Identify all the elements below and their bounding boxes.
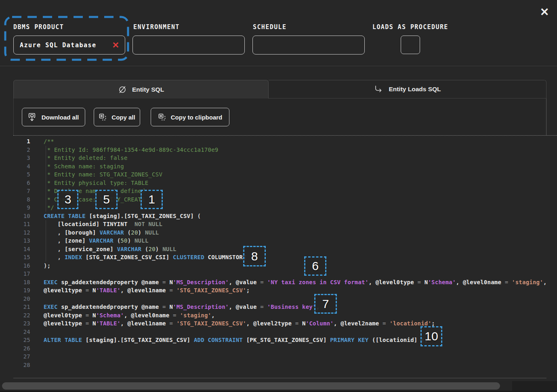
code-line: 1/** [13, 137, 546, 146]
code-line: 26 [13, 344, 546, 353]
code-line: 6 * Entity physical type: TABLE [13, 179, 546, 187]
line-number: 10 [13, 212, 30, 220]
loads-as-procedure-field: LOADS AS PROCEDURE [372, 23, 448, 31]
line-number: 6 [13, 179, 30, 187]
code-line: 5 * Entity name: STG_TAXI_ZONES_CSV [13, 170, 546, 179]
line-number: 14 [13, 245, 30, 254]
schedule-input[interactable] [252, 36, 365, 55]
indent-guide [46, 179, 46, 187]
indent-guide [46, 228, 46, 237]
code-line: 21EXEC sp_addextendedproperty @name = N'… [13, 303, 546, 311]
line-number: 13 [13, 237, 30, 245]
indent-guide [46, 245, 46, 254]
code-line: 11 [locationid] TINYINT NOT NULL [13, 220, 546, 228]
code-line: 7 * Database name: not defined [13, 187, 546, 195]
dbms-product-field: DBMS PRODUCT [13, 23, 64, 31]
indent-guide [46, 195, 46, 204]
line-number: 26 [13, 344, 30, 353]
editor-toolbar: Download all Copy all Copy to clipboar [13, 99, 546, 135]
indent-guide [46, 154, 46, 162]
line-number: 22 [13, 311, 30, 320]
environment-field: ENVIRONMENT [133, 23, 180, 31]
line-number: 24 [13, 328, 30, 336]
code-line: 12 , [borough] VARCHAR (20) NULL [13, 228, 546, 237]
dbms-product-input[interactable]: Azure SQL Database ✕ [13, 36, 125, 55]
code-line: 15 , INDEX [STG_TAXI_ZONES_CSV_CSI] CLUS… [13, 253, 546, 262]
code-line: 13 , [zone] VARCHAR (50) NULL [13, 237, 546, 245]
code-line: 25ALTER TABLE [staging].[STG_TAXI_ZONES_… [13, 336, 546, 344]
sql-preview-modal: { "window": { "close_icon": "✕" }, "head… [0, 0, 557, 392]
line-number: 3 [13, 154, 30, 162]
clear-icon[interactable]: ✕ [112, 41, 119, 49]
indent-guide [46, 237, 46, 245]
code-line: 24 [13, 328, 546, 336]
copy-icon [158, 113, 166, 122]
tab-entity-loads-sql-label: Entity Loads SQL [389, 86, 441, 93]
line-number: 12 [13, 228, 30, 237]
code-line: 3 * Entity deleted: false [13, 154, 546, 162]
line-number: 8 [13, 195, 30, 204]
download-all-label: Download all [42, 114, 79, 121]
code-line: 23@level1type = N'TABLE', @level1name = … [13, 319, 546, 328]
line-number: 25 [13, 336, 30, 344]
line-number: 23 [13, 319, 30, 328]
close-icon[interactable]: ✕ [536, 4, 553, 20]
indent-guide [46, 253, 46, 262]
code-line: 20 [13, 295, 546, 303]
dbms-product-label: DBMS PRODUCT [13, 23, 64, 31]
code-line: 17 [13, 270, 546, 278]
schedule-label: SCHEDULE [253, 23, 286, 31]
environment-input[interactable] [132, 36, 245, 55]
line-number: 16 [13, 262, 30, 270]
line-number: 11 [13, 220, 30, 228]
line-number: 20 [13, 295, 30, 303]
indent-guide [46, 170, 46, 179]
code-line: 22@level0type = N'Schema', @level0name =… [13, 311, 546, 320]
line-number: 2 [13, 146, 30, 154]
line-number: 15 [13, 253, 30, 262]
tab-bar: Entity SQL Entity Loads SQL [13, 80, 546, 99]
line-number: 28 [13, 361, 30, 369]
copy-all-button[interactable]: Copy all [94, 108, 140, 126]
copy-icon [99, 113, 107, 122]
line-number: 19 [13, 286, 30, 295]
line-number: 21 [13, 303, 30, 311]
indent-guide [46, 220, 46, 228]
code-line: 27 [13, 352, 546, 361]
indent-guide [46, 146, 46, 154]
line-number: 18 [13, 278, 30, 287]
code-line: 14 , [service_zone] VARCHAR (20) NULL [13, 245, 546, 254]
horizontal-scrollbar-thumb[interactable] [2, 382, 500, 390]
indent-guide [46, 187, 46, 195]
loads-as-procedure-checkbox[interactable] [401, 36, 420, 54]
copy-to-clipboard-button[interactable]: Copy to clipboard [151, 108, 229, 126]
scrollbar-corner [512, 381, 557, 391]
code-line: 16); [13, 262, 546, 270]
download-icon [28, 113, 37, 122]
download-all-button[interactable]: Download all [22, 108, 85, 126]
code-line: 18EXEC sp_addextendedproperty @name = N'… [13, 278, 546, 287]
header-divider [0, 66, 557, 66]
code-line: 2 * Entity Id: 986ff984-1354-4e9d-889c-3… [13, 146, 546, 154]
line-number: 9 [13, 203, 30, 212]
code-line: 4 * Schema name: staging [13, 162, 546, 171]
entity-loads-sql-icon [374, 85, 383, 94]
code-line: 28 [13, 361, 546, 369]
code-line: 9 */ [13, 203, 546, 212]
tab-entity-sql[interactable]: Entity SQL [13, 80, 269, 99]
line-number: 4 [13, 162, 30, 171]
code-editor[interactable]: 1/**2 * Entity Id: 986ff984-1354-4e9d-88… [13, 136, 546, 378]
tab-entity-loads-sql[interactable]: Entity Loads SQL [269, 80, 546, 99]
code-line: 19@level1type = N'TABLE', @level1name = … [13, 286, 546, 295]
indent-guide [46, 162, 46, 171]
entity-sql-icon [118, 85, 127, 94]
schedule-field: SCHEDULE [253, 23, 286, 31]
copy-all-label: Copy all [111, 114, 135, 121]
indent-guide [46, 203, 46, 212]
code-line: 10CREATE TABLE [staging].[STG_TAXI_ZONES… [13, 212, 546, 220]
line-number: 7 [13, 187, 30, 195]
line-number: 27 [13, 352, 30, 361]
line-number: 1 [13, 137, 30, 146]
code-line: 8 * Change case: ENTITY_CREATE [13, 195, 546, 204]
environment-label: ENVIRONMENT [133, 23, 180, 31]
